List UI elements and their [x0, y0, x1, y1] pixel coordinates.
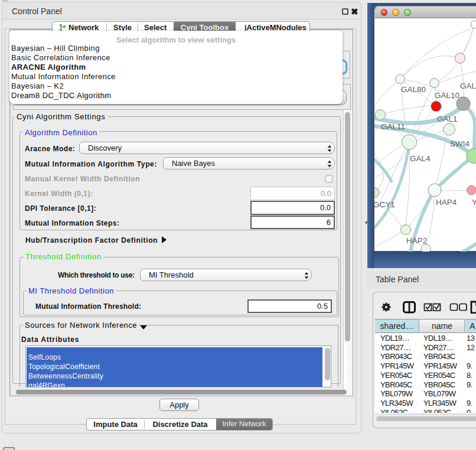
svg-text:Y: Y [472, 198, 476, 207]
svg-text:HAP4: HAP4 [436, 198, 457, 207]
svg-text:GAL10: GAL10 [435, 91, 459, 100]
svg-text:GAL80: GAL80 [401, 85, 426, 94]
svg-text:GAL11: GAL11 [381, 122, 405, 131]
svg-text:GCY1: GCY1 [374, 200, 395, 209]
svg-text:GAL1: GAL1 [437, 115, 458, 123]
svg-text:SWI4: SWI4 [450, 139, 470, 148]
svg-text:HAP2: HAP2 [406, 236, 427, 245]
svg-text:GAL: GAL [460, 81, 476, 90]
svg-text:GAL4: GAL4 [410, 154, 431, 163]
